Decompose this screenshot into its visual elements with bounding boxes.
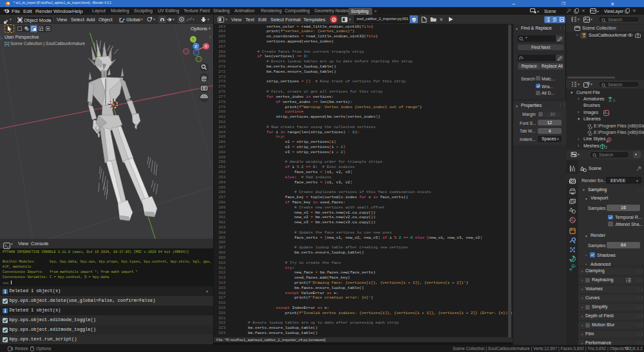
svg-text:‹: ‹ xyxy=(209,35,211,39)
svg-text:›: › xyxy=(1,36,2,40)
svg-text:Z: Z xyxy=(195,44,198,48)
svg-text:X: X xyxy=(205,44,207,48)
svg-text:Y: Y xyxy=(192,37,194,41)
